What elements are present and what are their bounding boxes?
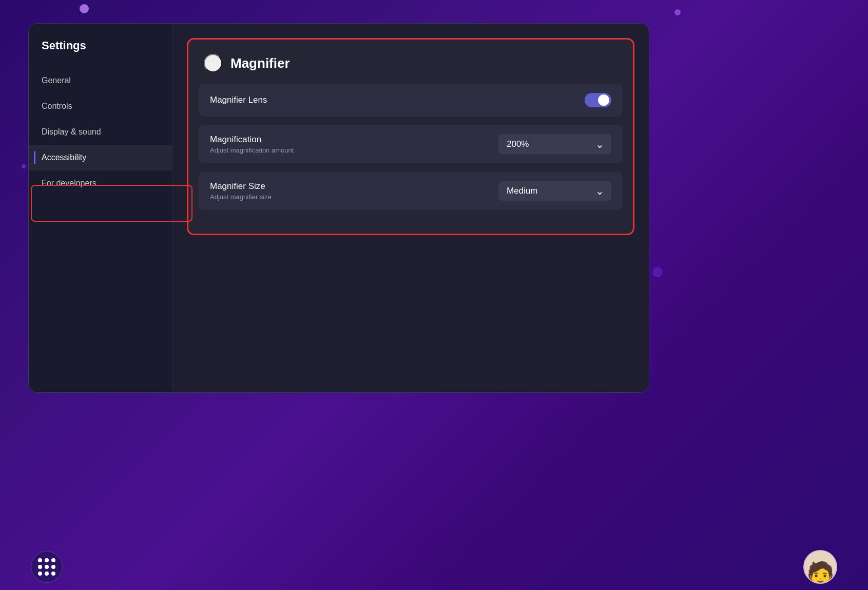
sidebar: Settings General Controls Display & soun… [29,24,172,392]
magnifier-panel: ← Magnifier Magnifier Lens Magnification… [187,38,634,235]
apps-dot-9 [51,572,55,576]
magnification-dropdown-wrapper: 100% 150% 200% 250% 300% [498,134,611,154]
toggle-track [585,93,611,107]
taskbar: 🧑 [0,544,868,590]
back-arrow-icon: ← [208,58,218,69]
magnifier-size-row: Magnifier Size Adjust magnifier size Sma… [199,172,623,210]
magnifier-lens-toggle[interactable] [585,93,611,107]
bg-decoration-4 [652,267,663,277]
sidebar-item-label-general: General [42,76,71,85]
apps-dot-3 [51,558,55,562]
apps-dot-4 [38,565,42,569]
apps-dot-7 [38,572,42,576]
avatar-figure: 🧑 [806,562,835,584]
sidebar-item-label-for-developers: For developers [42,179,97,188]
sidebar-item-display-sound[interactable]: Display & sound [29,119,172,145]
main-content: ← Magnifier Magnifier Lens Magnification… [172,24,649,392]
sidebar-item-label-display-sound: Display & sound [42,127,101,137]
settings-window: Settings General Controls Display & soun… [28,23,649,393]
magnifier-size-label-group: Magnifier Size Adjust magnifier size [210,181,272,201]
magnifier-size-label: Magnifier Size [210,181,272,192]
sidebar-item-accessibility[interactable]: Accessibility [29,145,172,170]
magnifier-size-dropdown[interactable]: Small Medium Large [498,181,611,201]
magnification-label-group: Magnification Adjust magnification amoun… [210,135,294,154]
magnification-label: Magnification [210,135,294,145]
sidebar-item-for-developers[interactable]: For developers [29,170,172,196]
bg-decoration-1 [80,4,89,13]
sidebar-item-general[interactable]: General [29,68,172,93]
panel-spacer [188,218,633,234]
magnification-sublabel: Adjust magnification amount [210,146,294,154]
avatar-button[interactable]: 🧑 [803,550,837,584]
sidebar-item-label-accessibility: Accessibility [42,153,86,162]
apps-button[interactable] [31,551,63,583]
magnification-row: Magnification Adjust magnification amoun… [199,125,623,163]
apps-dot-2 [45,558,49,562]
magnifier-size-dropdown-wrapper: Small Medium Large [498,181,611,201]
apps-grid-icon [38,558,55,576]
magnifier-size-sublabel: Adjust magnifier size [210,193,272,201]
back-button[interactable]: ← [204,54,222,72]
magnification-dropdown[interactable]: 100% 150% 200% 250% 300% [498,134,611,154]
bg-decoration-2 [674,9,681,15]
bg-decoration-3 [22,164,26,168]
apps-dot-6 [51,565,55,569]
sidebar-title: Settings [29,39,172,68]
sidebar-item-controls[interactable]: Controls [29,93,172,119]
magnifier-lens-label: Magnifier Lens [210,95,267,105]
toggle-thumb [598,94,609,106]
apps-dot-1 [38,558,42,562]
apps-dot-5 [45,565,49,569]
apps-dot-8 [45,572,49,576]
magnifier-title: Magnifier [230,55,290,71]
sidebar-item-label-controls: Controls [42,102,72,111]
magnifier-lens-row: Magnifier Lens [199,84,623,117]
magnifier-header: ← Magnifier [188,40,633,84]
